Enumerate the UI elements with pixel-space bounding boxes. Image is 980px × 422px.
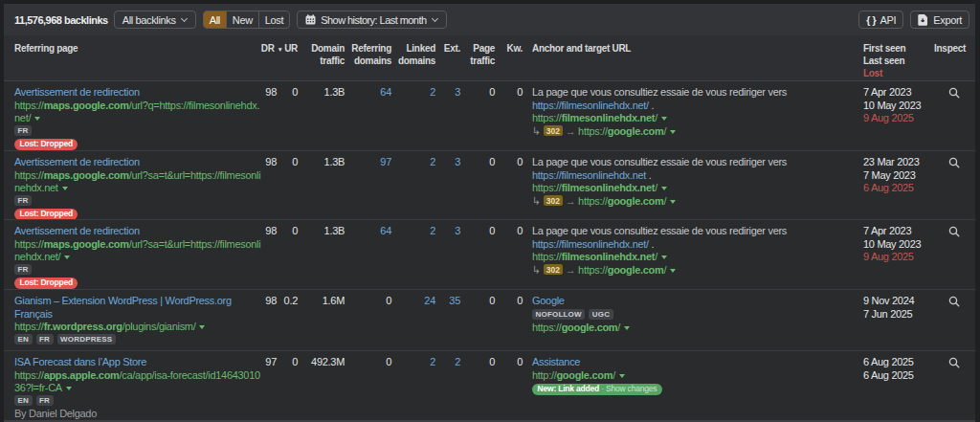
page-traffic-value: 0	[460, 220, 495, 289]
tag-row: FR	[14, 264, 262, 275]
anchor-text: La page que vous consultiez essaie de vo…	[532, 225, 856, 238]
tag-row: FR	[14, 125, 262, 136]
tag-badge: FR	[36, 395, 54, 406]
export-button[interactable]: Export	[910, 11, 969, 29]
url-expand-caret[interactable]	[619, 374, 625, 378]
referring-page-title[interactable]: Avertissement de redirection	[14, 225, 140, 236]
header-kw[interactable]: Kw.	[495, 35, 523, 80]
referring-page-title[interactable]: Gianism – Extension WordPress | WordPres…	[14, 295, 232, 320]
redirect-url[interactable]: https://google.com/	[578, 195, 676, 207]
last-seen-date: 6 Aug 2025	[863, 369, 924, 383]
ext-value: 3	[435, 220, 460, 289]
kw-value: 0	[495, 290, 523, 350]
target-url[interactable]: https://filmesonlinehdx.net/	[532, 251, 856, 264]
page-traffic-value: 0	[460, 290, 495, 350]
tag-badge: FR	[14, 125, 32, 136]
url-expand-caret[interactable]	[670, 269, 676, 273]
last-seen-date: 10 May 2023	[863, 100, 924, 113]
anchor-link[interactable]: https://filmesonlinehdx.net/	[532, 100, 649, 111]
page-traffic-value: 0	[460, 81, 495, 150]
segment-new[interactable]: New	[226, 11, 258, 28]
url-expand-caret[interactable]	[661, 255, 667, 259]
inspect-cell	[924, 351, 975, 422]
ur-value: 0	[277, 81, 298, 150]
inspect-magnifier-icon[interactable]	[948, 357, 960, 368]
url-expand-caret[interactable]	[34, 117, 40, 121]
last-seen-date: 10 May 2023	[863, 238, 924, 252]
domain-traffic-value: 1.3B	[298, 220, 345, 289]
redirect-code-badge: 302	[544, 195, 563, 206]
target-url[interactable]: https://filmesonlinehdx.net/	[532, 112, 856, 125]
header-referring-domains[interactable]: Referring domains	[345, 35, 391, 80]
url-expand-caret[interactable]	[66, 387, 72, 390]
header-referring-page[interactable]: Referring page	[4, 35, 262, 80]
table-row: Gianism – Extension WordPress | WordPres…	[4, 290, 975, 351]
url-expand-caret[interactable]	[661, 117, 667, 121]
backlinks-panel: 11,576,968 backlinks All backlinks All N…	[4, 4, 975, 422]
url-expand-caret[interactable]	[62, 187, 68, 190]
anchor-link[interactable]: https://filmesonlinehdx.net	[532, 169, 646, 181]
header-linked-domains[interactable]: Linked domains	[391, 35, 435, 80]
redirect-url[interactable]: https://google.com/	[578, 125, 676, 137]
ur-value: 0	[277, 151, 298, 220]
header-dr[interactable]: DR▼	[262, 35, 277, 80]
header-domain-traffic[interactable]: Domain traffic	[298, 35, 345, 80]
header-seen[interactable]: First seen Last seen Lost	[859, 35, 924, 80]
referring-domains-value: 0	[345, 290, 391, 350]
header-anchor-target[interactable]: Anchor and target URL	[523, 35, 859, 80]
segment-lost[interactable]: Lost	[258, 11, 289, 28]
target-url[interactable]: http://google.com/	[532, 369, 856, 383]
api-button[interactable]: { } API	[858, 11, 903, 29]
linked-domains-value: 2	[391, 351, 435, 422]
first-seen-date: 23 Mar 2023	[863, 156, 924, 169]
new-link-badge[interactable]: New: Link added · Show changes	[532, 384, 662, 395]
linked-domains-value: 2	[391, 81, 435, 150]
inspect-cell	[924, 81, 975, 150]
segment-all[interactable]: All	[204, 11, 226, 28]
url-expand-caret[interactable]	[670, 200, 676, 204]
url-expand-caret[interactable]	[624, 326, 630, 330]
url-expand-caret[interactable]	[670, 130, 676, 134]
backlinks-filter-dropdown[interactable]: All backlinks	[114, 11, 196, 29]
inspect-magnifier-icon[interactable]	[948, 157, 960, 168]
tag-badge: EN	[14, 395, 33, 406]
kw-value: 0	[495, 220, 523, 289]
redirect-url[interactable]: https://google.com/	[578, 264, 676, 276]
ext-value: 3	[435, 81, 460, 150]
referring-page-title[interactable]: Avertissement de redirection	[14, 86, 140, 98]
inspect-magnifier-icon[interactable]	[948, 296, 960, 307]
url-expand-caret[interactable]	[199, 325, 205, 329]
anchor-text: La page que vous consultiez essaie de vo…	[532, 156, 856, 169]
referring-page-title[interactable]: Avertissement de redirection	[14, 156, 140, 167]
anchor-link[interactable]: https://filmesonlinehdx.net/	[532, 238, 649, 250]
domain-traffic-value: 492.3M	[298, 351, 345, 422]
inspect-magnifier-icon[interactable]	[948, 87, 960, 99]
kw-value: 0	[495, 81, 523, 150]
first-seen-date: 7 Apr 2023	[863, 225, 924, 238]
referring-page-url[interactable]: https://apps.apple.com/ca/app/isa-foreca…	[14, 369, 262, 395]
anchor-link[interactable]: Assistance	[532, 356, 580, 367]
header-ext[interactable]: Ext.	[435, 35, 460, 80]
header-page-traffic[interactable]: Page traffic	[460, 35, 495, 80]
referring-domains-value: 97	[345, 151, 391, 220]
referring-page-url[interactable]: https://maps.google.com/url?sa=t&url=htt…	[14, 169, 262, 195]
target-url[interactable]: https://google.com/	[532, 322, 856, 335]
url-expand-caret[interactable]	[64, 255, 70, 259]
url-expand-caret[interactable]	[661, 187, 667, 190]
referring-page-url[interactable]: https://fr.wordpress.org/plugins/gianism…	[14, 321, 262, 334]
linked-domains-value: 2	[391, 220, 435, 289]
show-history-dropdown[interactable]: Show history: Last month	[297, 11, 446, 29]
table-row: Avertissement de redirection https://map…	[4, 81, 975, 151]
referring-page-url[interactable]: https://maps.google.com/url?q=https://fi…	[14, 100, 262, 125]
linked-domains-value: 24	[391, 290, 435, 350]
byline: By Daniel Delgado	[14, 408, 262, 421]
target-url[interactable]: https://filmesonlinehdx.net/	[532, 182, 856, 195]
referring-page-title[interactable]: ISA Forecast dans l’App Store	[14, 356, 146, 367]
referring-domains-value: 64	[345, 220, 391, 289]
referring-page-url[interactable]: https://maps.google.com/url?sa=t&url=htt…	[14, 238, 262, 264]
chevron-down-icon	[181, 15, 188, 22]
inspect-magnifier-icon[interactable]	[948, 226, 960, 237]
anchor-link[interactable]: Google	[532, 295, 565, 306]
domain-traffic-value: 1.3B	[298, 81, 345, 150]
ur-value: 0.2	[277, 290, 298, 350]
